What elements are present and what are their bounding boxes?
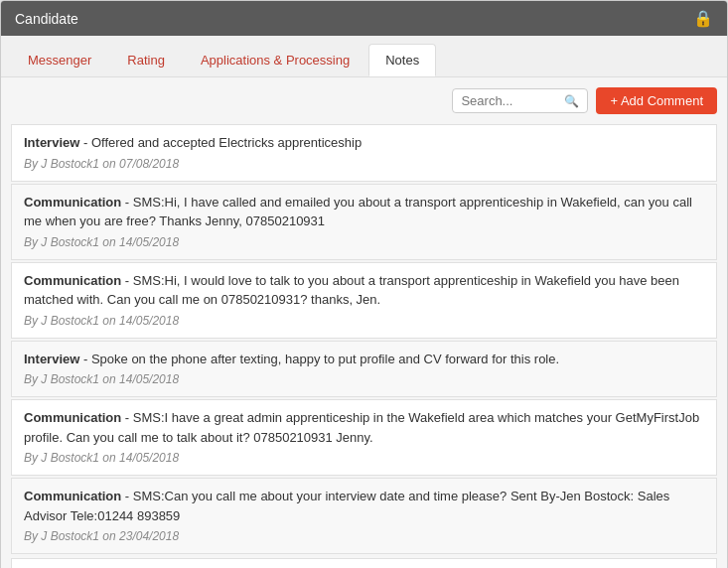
search-icon: 🔍 [564, 94, 579, 108]
note-meta: By J Bostock1 on 14/05/2018 [24, 312, 704, 330]
note-meta: By J Bostock1 on 14/05/2018 [24, 449, 704, 467]
notes-content: 🔍 + Add Comment Interview - Offered and … [1, 77, 727, 568]
main-window: Candidate 🔒 Messenger Rating Application… [0, 0, 728, 568]
note-text: - SMS:I have a great admin apprenticeshi… [24, 410, 699, 445]
note-type: Communication [24, 410, 121, 425]
note-item: Interview - Spoke on the phone after tex… [11, 341, 717, 398]
note-text: - Offered and accepted Electricks appren… [79, 135, 362, 150]
tab-applications-processing[interactable]: Applications & Processing [184, 44, 366, 76]
note-text: - SMS:Hi, I would love to talk to you ab… [24, 273, 679, 308]
toolbar: 🔍 + Add Comment [11, 87, 717, 114]
search-box[interactable]: 🔍 [452, 88, 588, 113]
note-body: Interview - Offered and accepted Electri… [24, 133, 704, 153]
tab-messenger[interactable]: Messenger [11, 44, 108, 76]
note-meta: By J Bostock1 on 23/04/2018 [24, 527, 704, 545]
note-item: Communication - SMS:Can you call me abou… [11, 478, 717, 554]
note-text: - SMS:Can you call me about your intervi… [24, 489, 669, 523]
note-text: - SMS:Hi, I have called and emailed you … [24, 195, 692, 229]
note-type: Interview [24, 352, 79, 366]
note-type: Communication [24, 195, 121, 210]
note-body: Communication - SMS:Can you call me abou… [24, 487, 704, 525]
note-item: Communication - SMS:Hi, I have called an… [11, 184, 717, 260]
tab-rating[interactable]: Rating [110, 44, 182, 76]
note-type: Communication [24, 273, 121, 288]
window-title: Candidate [15, 11, 78, 27]
note-type: Interview [24, 135, 79, 150]
note-meta: By J Bostock1 on 14/05/2018 [24, 370, 704, 388]
note-meta: By J Bostock1 on 14/05/2018 [24, 233, 704, 251]
note-text: - Spoke on the phone after texting, happ… [79, 352, 559, 366]
notes-list: Interview - Offered and accepted Electri… [11, 124, 717, 556]
title-bar: Candidate 🔒 [1, 1, 727, 36]
tab-notes[interactable]: Notes [368, 44, 436, 76]
note-meta: By J Bostock1 on 07/08/2018 [24, 155, 704, 173]
note-item: Interview - Offered and accepted Electri… [11, 124, 717, 182]
note-type: Communication [24, 489, 121, 503]
note-item: Communication - SMS:I have a great admin… [11, 399, 717, 476]
tab-bar: Messenger Rating Applications & Processi… [1, 36, 727, 77]
add-comment-button[interactable]: + Add Comment [596, 87, 717, 114]
note-body: Interview - Spoke on the phone after tex… [24, 350, 704, 369]
note-item: Communication - SMS:Hi, I would love to … [11, 262, 717, 339]
search-input[interactable] [461, 93, 560, 108]
note-body: Communication - SMS:Hi, I would love to … [24, 271, 704, 310]
lock-icon: 🔒 [693, 9, 713, 28]
pagination: ← Previous 1 / 54 Next → 6 10 20 50 [11, 558, 717, 568]
note-body: Communication - SMS:Hi, I have called an… [24, 193, 704, 231]
note-body: Communication - SMS:I have a great admin… [24, 408, 704, 447]
